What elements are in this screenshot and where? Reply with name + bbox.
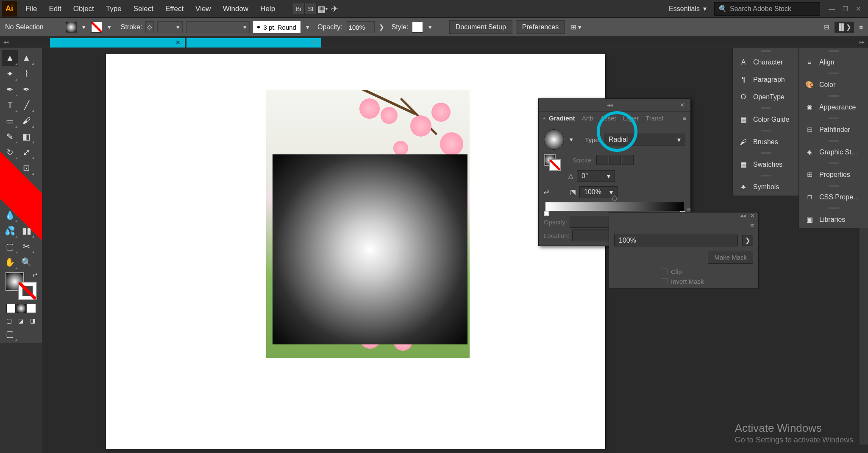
style-dropdown[interactable]: ▾ (426, 22, 434, 33)
clip-checkbox[interactable] (661, 268, 668, 275)
minimize-button[interactable]: — (829, 5, 835, 13)
gradient-type-dropdown[interactable]: Radial▾ (604, 134, 685, 145)
panel-close-icon[interactable]: ✕ (677, 102, 687, 108)
draw-inside-icon[interactable]: ◨ (28, 316, 38, 326)
menu-icon[interactable]: ≡ (859, 24, 863, 31)
color-icon: 🎨 (805, 81, 814, 89)
stroke-along-icon[interactable] (609, 155, 621, 165)
document-tab-2[interactable]: ✕ (186, 38, 321, 48)
fill-swatch[interactable] (66, 22, 77, 33)
panel-character[interactable]: ACharacter (733, 53, 798, 71)
bridge-icon[interactable]: Br (293, 3, 305, 15)
tab-gradient[interactable]: Gradient (549, 115, 575, 122)
panel-brushes[interactable]: 🖌Brushes (733, 133, 798, 151)
menu-type[interactable]: Type (100, 0, 128, 18)
panel-menu-icon[interactable]: ≡ (750, 222, 754, 231)
none-mode-icon[interactable] (27, 304, 36, 313)
panel-opentype[interactable]: OOpenType (733, 88, 798, 106)
gradient-stroke-swatch[interactable] (549, 159, 561, 171)
preferences-button[interactable]: Preferences (516, 20, 565, 34)
draw-normal-icon[interactable]: ▢ (4, 316, 14, 326)
reverse-gradient-icon[interactable]: ⇄ (544, 188, 554, 196)
opacity-dropdown[interactable]: ❯ (378, 22, 386, 33)
panel-collapse-icon[interactable]: ◂◂ (604, 102, 615, 108)
properties-toggle-icon[interactable]: ⊟ (824, 23, 829, 31)
panel-menu-icon[interactable]: ≡ (682, 115, 686, 122)
brush-definition[interactable]: 3 pt. Round (253, 21, 300, 33)
make-mask-button[interactable]: Make Mask (708, 251, 753, 264)
stock-icon[interactable]: St (305, 3, 317, 15)
panel-properties[interactable]: ⊞Properties (799, 166, 868, 183)
type-label: Type: (579, 136, 601, 143)
panel-color-guide[interactable]: ▤Color Guide (733, 111, 798, 128)
menu-edit[interactable]: Edit (43, 0, 67, 18)
screen-mode-icon[interactable]: ▢ (2, 326, 18, 341)
workspace-switcher[interactable]: Essentials▾ (665, 5, 711, 13)
fill-dropdown[interactable]: ▾ (80, 22, 88, 33)
stroke-weight[interactable]: ◇ (145, 21, 154, 33)
tab-layers[interactable]: Layer (623, 115, 639, 122)
color-stop-start[interactable] (544, 211, 549, 216)
opacity-value-field[interactable]: 100% (614, 235, 738, 246)
panel-collapse-icon[interactable]: ◂◂ (740, 213, 746, 222)
transparency-panel[interactable]: ◂◂ ✕ ≡ 100% ❯ Make Mask Clip Invert Mask (609, 212, 759, 289)
search-stock-input[interactable]: 🔍 Search Adobe Stock (714, 2, 820, 16)
panel-color[interactable]: 🎨Color (799, 76, 868, 93)
panel-pathfinder[interactable]: ⊟Pathfinder (799, 121, 868, 138)
close-tab-icon[interactable]: ✕ (175, 39, 181, 46)
document-tabs: ◂◂ ✕ ✕ ▸▸ (0, 36, 868, 48)
draw-behind-icon[interactable]: ◪ (16, 316, 26, 326)
stop-opacity-label: Opacity: (544, 218, 567, 226)
var-width-profile[interactable]: ▾ (186, 21, 250, 33)
tab-transform[interactable]: Transf (645, 115, 663, 122)
menu-select[interactable]: Select (128, 0, 159, 18)
panel-close-icon[interactable]: ✕ (750, 213, 755, 222)
opacity-popup-icon[interactable]: ❯ (742, 235, 753, 246)
stroke-across-icon[interactable] (622, 155, 634, 165)
menu-object[interactable]: Object (67, 0, 100, 18)
gradient-preview[interactable] (544, 129, 564, 150)
gradient-preset-dropdown[interactable]: ▾ (568, 134, 575, 145)
gradient-slider[interactable] (545, 202, 684, 211)
css-icon: ⊓ (805, 193, 814, 201)
tab-asset[interactable]: Asset (600, 115, 616, 122)
stroke-swatch[interactable] (91, 22, 102, 33)
close-tab-icon[interactable]: ✕ (312, 39, 317, 46)
angle-field[interactable]: 0°▾ (577, 170, 615, 182)
document-setup-button[interactable]: Document Setup (449, 20, 512, 34)
opacity-field[interactable]: 100% (346, 21, 375, 33)
menu-effect[interactable]: Effect (159, 0, 189, 18)
panel-css[interactable]: ⊓CSS Prope... (799, 188, 868, 206)
aspect-field[interactable]: 100%▾ (579, 186, 618, 198)
panel-align[interactable]: ≡Align (799, 53, 868, 71)
tab-artboards[interactable]: Artb (582, 115, 594, 122)
collapse-left-icon[interactable]: ◂◂ (3, 39, 8, 45)
align-to-icon[interactable]: ⊞ ▾ (571, 23, 581, 31)
document-tab-1[interactable]: ✕ (50, 38, 185, 48)
panel-graphic-styles[interactable]: ◈Graphic St... (799, 143, 868, 161)
menu-window[interactable]: Window (217, 0, 254, 18)
artboard[interactable] (106, 54, 605, 449)
menu-file[interactable]: File (19, 0, 43, 18)
panel-dock-inner: ACharacter ¶Paragraph OOpenType ▤Color G… (732, 48, 798, 196)
panel-libraries[interactable]: ▣Libraries (799, 211, 868, 228)
panel-appearance[interactable]: ◉Appearance (799, 98, 868, 116)
stroke-dropdown[interactable]: ▾ (106, 22, 113, 33)
gradient-rectangle[interactable] (273, 154, 467, 344)
menu-help[interactable]: Help (254, 0, 281, 18)
close-button[interactable]: ✕ (856, 5, 861, 13)
stroke-weight-dropdown[interactable]: ▾ (157, 21, 183, 33)
rocket-icon[interactable]: ✈ (328, 3, 340, 15)
panel-paragraph[interactable]: ¶Paragraph (733, 71, 798, 88)
arrange-panel-icon[interactable]: ▐▌❯ (835, 22, 854, 33)
maximize-button[interactable]: ❐ (843, 5, 848, 13)
stroke-in-icon[interactable] (596, 155, 608, 165)
brush-dropdown[interactable]: ▾ (304, 22, 312, 33)
panel-swatches[interactable]: ▦Swatches (733, 156, 798, 173)
collapse-right-icon[interactable]: ▸▸ (860, 39, 865, 45)
arrange-docs-icon[interactable]: ▦ ▾ (317, 3, 328, 15)
style-swatch[interactable] (412, 22, 423, 33)
menu-view[interactable]: View (189, 0, 217, 18)
invert-mask-checkbox[interactable] (661, 278, 668, 285)
panel-symbols[interactable]: ♣Symbols (733, 178, 798, 196)
